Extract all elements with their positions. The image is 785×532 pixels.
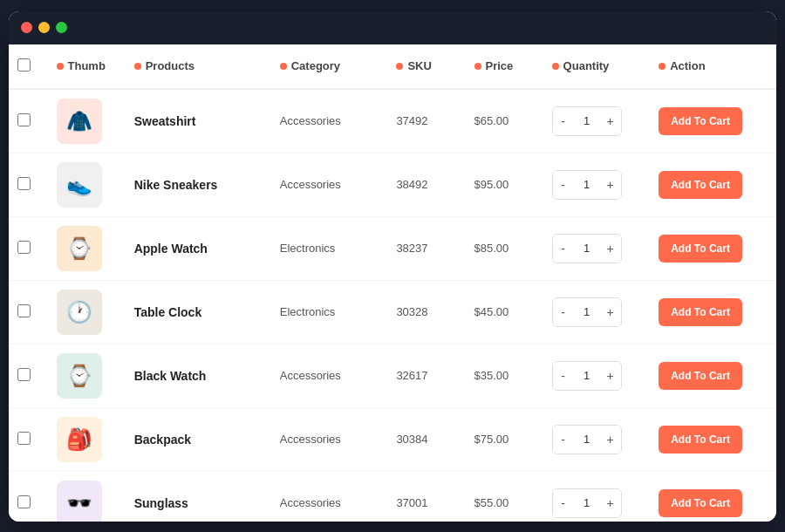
product-name: Apple Watch — [134, 242, 208, 256]
quantity-decrease-button[interactable]: - — [553, 426, 574, 454]
quantity-increase-button[interactable]: + — [600, 298, 621, 326]
quantity-increase-button[interactable]: + — [600, 489, 621, 517]
add-to-cart-button[interactable]: Add To Cart — [659, 171, 742, 199]
quantity-control: - 1 + — [552, 361, 622, 391]
product-sku: 38492 — [396, 178, 427, 191]
close-icon[interactable] — [21, 22, 32, 33]
row-checkbox[interactable] — [17, 241, 31, 254]
products-table: Thumb Products Category — [9, 44, 776, 522]
quantity-control: - 1 + — [552, 297, 622, 327]
product-name: Nike Sneakers — [134, 178, 218, 192]
quantity-control: - 1 + — [552, 488, 622, 518]
add-to-cart-button[interactable]: Add To Cart — [659, 298, 742, 326]
row-checkbox-cell[interactable] — [9, 344, 48, 407]
product-category: Accessories — [280, 114, 341, 127]
row-quantity-cell: - 1 + — [543, 344, 651, 407]
add-to-cart-button[interactable]: Add To Cart — [659, 489, 742, 517]
product-name: Sunglass — [134, 496, 188, 510]
maximize-icon[interactable] — [56, 22, 67, 33]
row-sku-cell: 37001 — [387, 471, 465, 522]
row-quantity-cell: - 1 + — [543, 407, 651, 471]
quantity-decrease-button[interactable]: - — [553, 362, 574, 390]
table-row: ⌚ Black Watch Accessories 32617 $35.00 -… — [9, 344, 776, 407]
add-to-cart-button[interactable]: Add To Cart — [659, 426, 742, 454]
row-action-cell: Add To Cart — [650, 153, 776, 216]
row-category-cell: Accessories — [271, 344, 388, 407]
row-checkbox[interactable] — [17, 113, 31, 126]
row-checkbox[interactable] — [17, 177, 31, 190]
product-sku: 37492 — [396, 114, 427, 127]
quantity-increase-button[interactable]: + — [600, 171, 621, 199]
table-row: 🕐 Table Clock Electronics 30328 $45.00 -… — [9, 280, 776, 344]
row-checkbox-cell[interactable] — [9, 216, 48, 280]
row-name-cell: Sunglass — [126, 471, 271, 522]
row-name-cell: Nike Sneakers — [126, 153, 271, 216]
row-category-cell: Accessories — [271, 89, 388, 153]
quantity-value: 1 — [574, 369, 600, 382]
header-thumb: Thumb — [48, 44, 126, 89]
header-action: Action — [650, 44, 776, 89]
table-row: 🎒 Backpack Accessories 30384 $75.00 - 1 … — [9, 407, 776, 471]
row-checkbox-cell[interactable] — [9, 89, 48, 153]
select-all-checkbox[interactable] — [17, 58, 31, 72]
minimize-icon[interactable] — [38, 22, 50, 33]
row-checkbox[interactable] — [17, 495, 31, 508]
product-thumbnail: 🕐 — [57, 290, 102, 335]
quantity-decrease-button[interactable]: - — [553, 235, 574, 263]
row-checkbox[interactable] — [17, 432, 31, 445]
row-action-cell: Add To Cart — [650, 216, 776, 280]
row-quantity-cell: - 1 + — [543, 153, 651, 216]
row-category-cell: Accessories — [271, 471, 388, 522]
row-checkbox-cell[interactable] — [9, 471, 48, 522]
table-row: 👟 Nike Sneakers Accessories 38492 $95.00… — [9, 153, 776, 216]
row-sku-cell: 37492 — [387, 89, 465, 153]
row-checkbox-cell[interactable] — [9, 280, 48, 344]
row-name-cell: Sweatshirt — [126, 89, 271, 153]
quantity-control: - 1 + — [552, 234, 622, 263]
row-sku-cell: 32617 — [387, 344, 465, 407]
row-checkbox-cell[interactable] — [9, 407, 48, 471]
quantity-decrease-button[interactable]: - — [553, 171, 574, 199]
quantity-value: 1 — [574, 242, 600, 255]
product-name: Backpack — [134, 433, 191, 447]
header-products: Products — [126, 44, 271, 89]
row-checkbox[interactable] — [17, 304, 31, 317]
quantity-increase-button[interactable]: + — [600, 362, 621, 390]
titlebar — [9, 11, 776, 44]
row-category-cell: Accessories — [271, 407, 388, 471]
header-checkbox[interactable] — [9, 44, 48, 89]
row-category-cell: Accessories — [271, 153, 388, 216]
quantity-value: 1 — [574, 496, 600, 509]
quantity-decrease-button[interactable]: - — [553, 298, 574, 326]
row-sku-cell: 30328 — [387, 280, 465, 344]
quantity-increase-button[interactable]: + — [600, 107, 621, 135]
quantity-decrease-button[interactable]: - — [553, 107, 574, 135]
add-to-cart-button[interactable]: Add To Cart — [659, 107, 742, 135]
row-category-cell: Electronics — [271, 216, 388, 280]
header-price: Price — [466, 44, 543, 89]
table-body: 🧥 Sweatshirt Accessories 37492 $65.00 - … — [9, 89, 776, 522]
quantity-value: 1 — [574, 114, 600, 127]
row-sku-cell: 38492 — [387, 153, 465, 216]
row-action-cell: Add To Cart — [650, 471, 776, 522]
quantity-value: 1 — [574, 305, 600, 318]
table-row: ⌚ Apple Watch Electronics 38237 $85.00 -… — [9, 216, 776, 280]
quantity-control: - 1 + — [552, 170, 622, 200]
row-checkbox[interactable] — [17, 368, 31, 381]
quantity-decrease-button[interactable]: - — [553, 489, 574, 517]
quantity-increase-button[interactable]: + — [600, 235, 621, 263]
table-header-row: Thumb Products Category — [9, 44, 776, 89]
col-indicator-dot — [57, 63, 64, 70]
row-price-cell: $35.00 — [466, 344, 543, 407]
row-thumb-cell: 🕐 — [48, 280, 126, 344]
quantity-increase-button[interactable]: + — [600, 426, 621, 454]
product-thumbnail: 🧥 — [57, 99, 102, 144]
row-checkbox-cell[interactable] — [9, 153, 48, 216]
add-to-cart-button[interactable]: Add To Cart — [659, 235, 742, 263]
quantity-control: - 1 + — [552, 425, 622, 454]
product-price: $95.00 — [474, 178, 509, 191]
add-to-cart-button[interactable]: Add To Cart — [659, 362, 742, 390]
app-window: Thumb Products Category — [9, 11, 776, 522]
col-indicator-dot — [280, 63, 287, 70]
row-price-cell: $65.00 — [466, 89, 543, 153]
